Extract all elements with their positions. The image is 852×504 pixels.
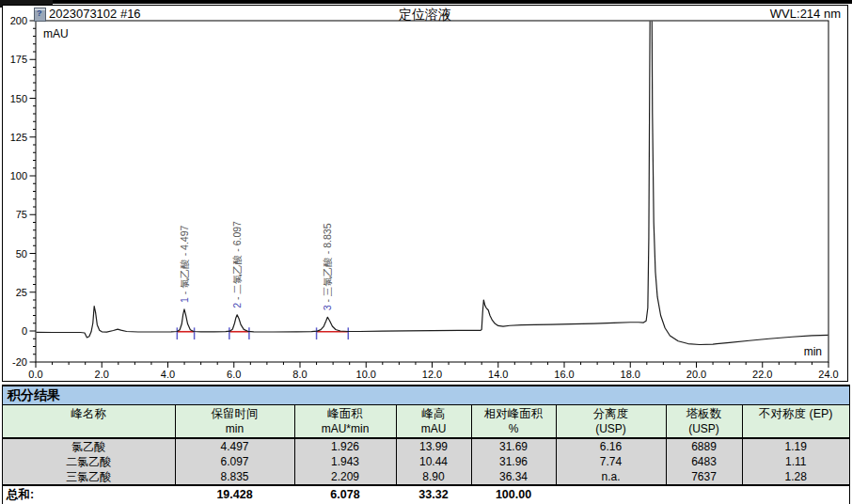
x-axis-label: 16.0 [554,369,574,380]
y-axis-label: 175 [10,54,27,65]
cell-asymmetry: 1.28 [742,469,849,485]
x-axis-label: 12.0 [422,369,442,380]
cell-relative-area: 31.96 [471,454,556,469]
table-row[interactable]: 二氯乙酸 6.097 1.943 10.44 31.96 7.74 6483 1… [3,454,849,469]
chromatography-report: 2023073102 #16 定位溶液 WVL:214 nm 0.02.04.0… [0,0,852,504]
col-header-resolution[interactable]: 分离度(USP) [556,405,666,438]
wavelength-label: WVL:214 nm [770,7,841,21]
cell-relative-area: 36.34 [471,469,556,485]
cell-plates: 7637 [666,469,742,485]
total-label: 总和: [3,485,175,504]
signal-curve [36,6,828,345]
y-axis-label: -20 [12,356,27,368]
peak-label: 1 - 氯乙酸 - 4.497 [179,225,190,302]
integration-results-section: 积分结果 峰名称 保留时间min 峰面积mAU*min 峰高mAU 相对峰面积%… [2,385,850,504]
total-retention: 19.428 [175,485,294,504]
y-axis-label: 150 [10,93,27,104]
col-header-peak-name[interactable]: 峰名称 [3,405,175,438]
cell-resolution: 7.74 [556,454,666,469]
cell-height: 10.44 [396,454,471,469]
cell-relative-area: 31.69 [471,438,556,454]
cell-retention: 8.835 [175,469,294,485]
window-top-strip [0,0,852,4]
plot-border [36,21,828,362]
y-axis-label: 50 [16,248,27,260]
results-section-title: 积分结果 [3,386,849,405]
cell-retention: 4.497 [175,438,294,454]
cell-plates: 6889 [666,438,742,454]
chromatogram-panel: 2023073102 #16 定位溶液 WVL:214 nm 0.02.04.0… [2,5,848,382]
y-axis-label: 75 [16,209,27,220]
table-row[interactable]: 三氯乙酸 8.835 2.209 8.90 36.34 n.a. 7637 1.… [3,469,849,485]
cell-asymmetry: 1.11 [742,454,849,469]
x-axis-label: 14.0 [488,369,508,380]
peak-label: 2 - 二氯乙酸 - 6.097 [231,221,243,308]
col-header-asymmetry[interactable]: 不对称度 (EP) [742,405,849,438]
chart-header: 2023073102 #16 定位溶液 WVL:214 nm [3,6,847,23]
total-row: 总和: 19.428 6.078 33.32 100.00 [3,485,849,504]
y-unit-label: mAU [43,27,69,40]
cell-resolution: n.a. [556,469,666,485]
table-row[interactable]: 氯乙酸 4.497 1.926 13.99 31.69 6.16 6889 1.… [3,438,849,454]
peak-label: 3 - 三氯乙酸 - 8.835 [322,223,333,310]
cell-area: 1.926 [294,438,396,454]
x-axis-label: 24.0 [818,369,838,380]
x-axis-label: 6.0 [227,369,241,380]
integration-results-table: 峰名称 保留时间min 峰面积mAU*min 峰高mAU 相对峰面积% 分离度(… [3,405,849,504]
cell-peak-name: 二氯乙酸 [3,454,175,469]
col-header-plates[interactable]: 塔板数(USP) [666,405,742,438]
cell-area: 1.943 [294,454,396,469]
cell-plates: 6483 [666,454,742,469]
cell-area: 2.209 [294,469,396,485]
x-axis-label: 0.0 [28,369,42,380]
cell-asymmetry: 1.19 [742,438,849,454]
col-header-relative-area[interactable]: 相对峰面积% [471,405,556,438]
x-unit-label: min [804,345,822,358]
cell-peak-name: 三氯乙酸 [3,469,175,485]
cell-height: 8.90 [396,469,471,485]
y-axis-label: 100 [10,170,27,181]
x-axis-label: 20.0 [686,369,706,380]
chart-title: 定位溶液 [3,7,847,24]
table-header-row: 峰名称 保留时间min 峰面积mAU*min 峰高mAU 相对峰面积% 分离度(… [3,405,849,438]
col-header-peak-area[interactable]: 峰面积mAU*min [294,405,396,438]
x-axis-label: 8.0 [292,369,307,380]
x-axis-label: 22.0 [752,369,772,380]
cell-resolution: 6.16 [556,438,666,454]
cell-peak-name: 氯乙酸 [3,438,175,454]
y-axis-label: 0 [22,325,27,337]
x-axis-label: 4.0 [161,369,175,380]
cell-retention: 6.097 [175,454,294,469]
y-axis-label: 125 [10,132,27,143]
col-header-peak-height[interactable]: 峰高mAU [396,405,471,438]
y-axis-label: 25 [16,287,27,298]
total-relative-area: 100.00 [471,485,556,504]
chromatogram-plot[interactable]: 0.02.04.06.08.010.012.014.016.018.020.02… [3,6,847,381]
cell-height: 13.99 [396,438,471,454]
x-axis-label: 2.0 [95,369,109,380]
x-axis-label: 18.0 [621,369,640,380]
x-axis-label: 10.0 [356,369,376,380]
col-header-retention-time[interactable]: 保留时间min [175,405,294,438]
total-area: 6.078 [294,485,396,504]
total-height: 33.32 [396,485,471,504]
